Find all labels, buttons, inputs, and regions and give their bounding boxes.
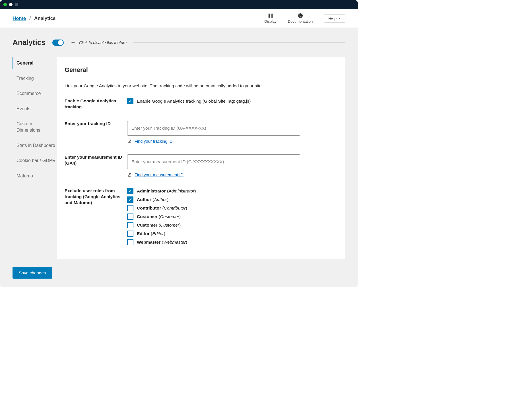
help-dropdown-button[interactable]: Help ▼	[324, 14, 345, 23]
toggle-knob	[58, 40, 63, 45]
checkbox-role-author[interactable]	[127, 196, 133, 203]
role-row: Editor (Editor)	[127, 231, 334, 237]
settings-tabs: GeneralTrackingEcommerceEventsCustom Dim…	[13, 57, 57, 185]
panel-heading: General	[65, 66, 334, 74]
role-label: Editor (Editor)	[137, 231, 165, 236]
input-tracking-id[interactable]	[127, 121, 300, 136]
traffic-light-close[interactable]	[3, 3, 7, 6]
role-label: Customer (Customer)	[137, 223, 181, 228]
role-row: Customer (Customer)	[127, 222, 334, 228]
checkbox-role-administrator[interactable]	[127, 188, 133, 194]
feature-toggle[interactable]	[52, 40, 64, 46]
checkbox-role-editor[interactable]	[127, 231, 133, 237]
checkbox-role-contributor[interactable]	[127, 205, 133, 211]
tab-stats-in-dashboard[interactable]: Stats in Dashboard	[13, 140, 57, 152]
breadcrumb-current: Analytics	[34, 16, 56, 21]
traffic-light-zoom[interactable]	[15, 3, 18, 6]
page-title: Analytics	[13, 38, 46, 47]
tab-ecommerce[interactable]: Ecommerce	[13, 88, 57, 100]
columns-icon	[268, 13, 273, 18]
input-measurement-id[interactable]	[127, 154, 300, 169]
tab-general[interactable]: General	[13, 57, 57, 69]
tab-events[interactable]: Events	[13, 103, 57, 115]
documentation-label: Documentation	[288, 19, 313, 24]
checkbox-role-customer[interactable]	[127, 214, 133, 220]
role-label: Administrator (Administrator)	[137, 188, 196, 194]
link-find-measurement-id[interactable]: Find your measurement ID	[135, 173, 183, 177]
role-row: Administrator (Administrator)	[127, 188, 334, 194]
label-enable-ga: Enable Google Analytics tracking	[65, 98, 127, 110]
role-label: Webmaster (Webmaster)	[137, 240, 187, 245]
role-label: Contributor (Contributor)	[137, 206, 187, 211]
toggle-hint-text: Click to disable this feature	[79, 40, 127, 45]
arrow-left-icon: ←	[71, 40, 76, 45]
link-find-tracking-id[interactable]: Find your tracking ID	[135, 139, 173, 144]
external-link-icon	[127, 139, 132, 144]
label-tracking-id: Enter your tracking ID	[65, 121, 127, 127]
checkbox-enable-ga-label: Enable Google Analytics tracking (Global…	[137, 99, 251, 104]
role-row: Contributor (Contributor)	[127, 205, 334, 211]
checkbox-enable-ga[interactable]	[127, 98, 133, 104]
checkbox-role-customer[interactable]	[127, 222, 133, 228]
checkbox-role-webmaster[interactable]	[127, 239, 133, 245]
role-row: Customer (Customer)	[127, 214, 334, 220]
breadcrumb-home-link[interactable]: Home	[13, 16, 26, 21]
row-enable-ga: Enable Google Analytics tracking Enable …	[65, 98, 334, 110]
panel-description: Link your Google Analytics to your websi…	[65, 83, 334, 88]
row-tracking-id: Enter your tracking ID Find your trackin…	[65, 121, 334, 144]
breadcrumb-separator: /	[29, 16, 31, 21]
tab-matomo[interactable]: Matomo	[13, 170, 57, 182]
divider-line	[133, 42, 345, 43]
role-label: Customer (Customer)	[137, 214, 181, 219]
svg-text:?: ?	[299, 14, 301, 18]
top-bar: Home / Analytics Display ? Documentation…	[0, 9, 358, 28]
label-measurement-id: Enter your measurement ID (GA4)	[65, 154, 127, 166]
role-label: Author (Author)	[137, 197, 168, 202]
help-circle-icon: ?	[298, 13, 303, 18]
role-row: Author (Author)	[127, 196, 334, 203]
tab-tracking[interactable]: Tracking	[13, 72, 57, 84]
page-header: Analytics ← Click to disable this featur…	[13, 38, 345, 47]
display-label: Display	[264, 19, 277, 24]
svg-rect-2	[272, 14, 273, 18]
settings-panel: General Link your Google Analytics to yo…	[57, 57, 345, 259]
help-label: Help	[328, 16, 337, 21]
save-changes-button[interactable]: Save changes	[13, 267, 52, 279]
window-titlebar	[0, 0, 358, 9]
display-button[interactable]: Display	[264, 13, 277, 24]
traffic-light-minimize[interactable]	[9, 3, 13, 6]
documentation-button[interactable]: ? Documentation	[288, 13, 313, 24]
row-measurement-id: Enter your measurement ID (GA4) Find you…	[65, 154, 334, 177]
row-exclude-roles: Exclude user roles from tracking (Google…	[65, 188, 334, 248]
svg-rect-1	[271, 14, 271, 18]
tab-cookie-bar-gdpr[interactable]: Cookie bar / GDPR	[13, 155, 57, 167]
label-exclude-roles: Exclude user roles from tracking (Google…	[65, 188, 127, 206]
chevron-down-icon: ▼	[338, 17, 341, 20]
svg-rect-0	[268, 14, 270, 18]
tab-custom-dimensions[interactable]: Custom Dimensions	[13, 118, 57, 136]
role-row: Webmaster (Webmaster)	[127, 239, 334, 245]
breadcrumb: Home / Analytics	[13, 16, 56, 21]
external-link-icon	[127, 173, 132, 177]
